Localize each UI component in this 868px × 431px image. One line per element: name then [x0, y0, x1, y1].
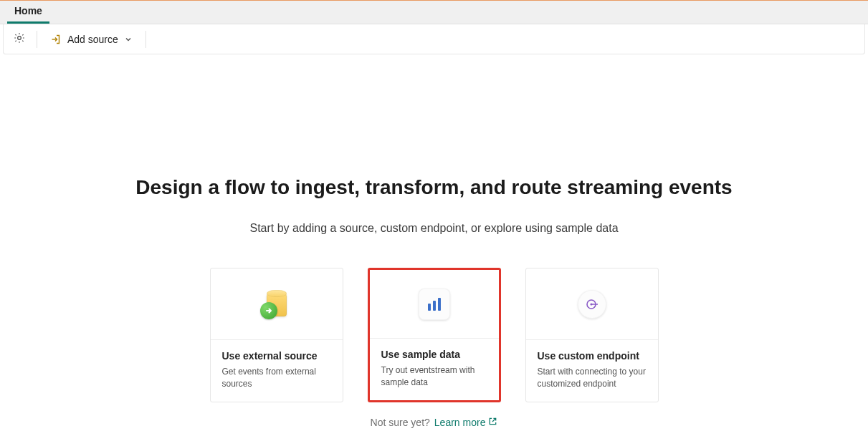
card-desc: Start with connecting to your customized… — [538, 366, 647, 390]
learn-more-label: Learn more — [434, 417, 486, 428]
card-title: Use sample data — [381, 349, 487, 360]
page-title: Design a flow to ingest, transform, and … — [135, 176, 732, 199]
add-source-label: Add source — [67, 34, 118, 45]
card-title: Use custom endpoint — [538, 350, 647, 362]
card-title: Use external source — [222, 350, 331, 362]
toolbar: Add source — [3, 24, 865, 54]
card-desc: Try out eventstream with sample data — [381, 364, 487, 389]
settings-button[interactable] — [9, 29, 29, 49]
card-external-source[interactable]: Use external source Get events from exte… — [210, 268, 343, 402]
chevron-down-icon — [124, 35, 133, 44]
import-arrow-icon — [50, 34, 62, 45]
card-sample-data[interactable]: Use sample data Try out eventstream with… — [368, 268, 501, 402]
page-subtitle: Start by adding a source, custom endpoin… — [249, 222, 618, 235]
svg-point-0 — [18, 36, 22, 39]
cards-row: Use external source Get events from exte… — [210, 268, 659, 402]
learn-more-link[interactable]: Learn more — [434, 417, 498, 428]
card-icon-area — [526, 268, 658, 340]
bar-chart-icon — [419, 289, 450, 320]
database-icon — [259, 286, 295, 322]
main-content: Design a flow to ingest, transform, and … — [0, 54, 868, 428]
card-icon-area — [370, 270, 499, 339]
card-desc: Get events from external sources — [222, 366, 331, 390]
target-icon — [578, 290, 606, 319]
add-source-button[interactable]: Add source — [44, 31, 138, 48]
card-icon-area — [211, 268, 343, 340]
tab-home[interactable]: Home — [7, 0, 49, 24]
external-link-icon — [488, 417, 497, 428]
gear-icon — [13, 32, 26, 47]
tabs-bar: Home — [0, 1, 868, 24]
footer-line: Not sure yet? Learn more — [371, 417, 498, 428]
card-custom-endpoint[interactable]: Use custom endpoint Start with connectin… — [525, 268, 659, 402]
not-sure-text: Not sure yet? — [371, 417, 430, 428]
